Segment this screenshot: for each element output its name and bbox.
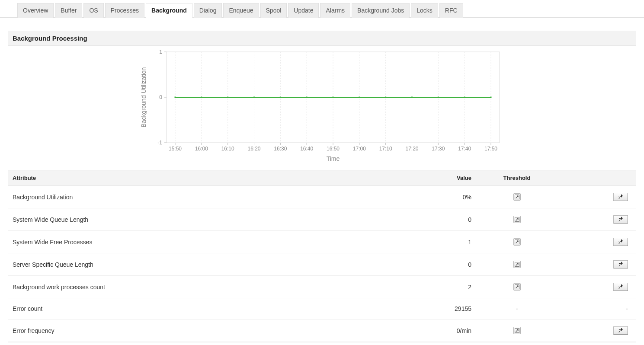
tab-overview[interactable]: Overview [17, 3, 54, 18]
svg-text:17:10: 17:10 [379, 146, 392, 152]
table-row: Error count29155-- [8, 298, 636, 319]
configure-threshold-icon[interactable] [513, 193, 521, 201]
chevron-right-icon [621, 284, 623, 288]
value-cell: 1 [382, 231, 476, 253]
action-dash: - [626, 305, 628, 312]
tab-bar: OverviewBufferOSProcessesBackgroundDialo… [0, 0, 644, 18]
svg-text:Time: Time [326, 155, 340, 162]
attributes-table: Attribute Value Threshold Background Uti… [8, 170, 636, 342]
svg-text:16:30: 16:30 [274, 146, 287, 152]
threshold-cell [476, 319, 558, 342]
svg-rect-56 [437, 97, 439, 98]
svg-rect-46 [174, 97, 176, 98]
tab-alarms[interactable]: Alarms [320, 3, 350, 18]
svg-text:Background Utilization: Background Utilization [140, 67, 147, 127]
svg-rect-52 [332, 97, 333, 98]
action-cell: - [558, 298, 636, 319]
threshold-cell [476, 186, 558, 208]
svg-text:17:20: 17:20 [405, 146, 418, 152]
attr-cell: System Wide Free Processes [8, 231, 382, 253]
table-row: System Wide Queue Length07 [8, 208, 636, 231]
chevron-right-icon [621, 217, 623, 220]
svg-rect-53 [359, 97, 360, 98]
tab-enqueue[interactable]: Enqueue [223, 3, 259, 18]
svg-text:0: 0 [159, 94, 162, 100]
svg-text:-1: -1 [157, 140, 162, 146]
configure-threshold-icon[interactable] [513, 216, 521, 223]
svg-text:16:10: 16:10 [221, 146, 234, 152]
value-cell: 0/min [382, 319, 476, 342]
table-row: Error frequency0/min7 [8, 319, 636, 342]
tab-background-jobs[interactable]: Background Jobs [352, 3, 410, 18]
tab-update[interactable]: Update [288, 3, 319, 18]
value-cell: 29155 [382, 298, 476, 319]
svg-text:16:40: 16:40 [300, 146, 313, 152]
tab-os[interactable]: OS [83, 3, 103, 18]
table-row: Background Utilization0%7 [8, 186, 636, 208]
threshold-cell [476, 276, 558, 298]
action-cell: 7 [558, 276, 636, 298]
chevron-right-icon [621, 239, 623, 243]
table-row: Background work processes count27 [8, 276, 636, 298]
tab-rfc[interactable]: RFC [439, 3, 463, 18]
svg-rect-54 [385, 97, 386, 98]
tab-processes[interactable]: Processes [105, 3, 144, 18]
svg-rect-47 [201, 97, 202, 98]
svg-text:15:50: 15:50 [168, 146, 181, 152]
panel-title: Background Processing [8, 31, 636, 46]
tab-dialog[interactable]: Dialog [194, 3, 222, 18]
attr-cell: Server Specific Queue Length [8, 253, 382, 276]
svg-text:16:20: 16:20 [247, 146, 260, 152]
chevron-right-icon [621, 328, 623, 331]
threshold-cell: - [476, 298, 558, 319]
table-row: System Wide Free Processes17 [8, 231, 636, 253]
history-button[interactable]: 7 [613, 326, 628, 335]
svg-rect-51 [306, 97, 307, 98]
value-cell: 0 [382, 208, 476, 231]
svg-rect-55 [411, 97, 413, 98]
configure-threshold-icon[interactable] [513, 283, 521, 291]
action-cell: 7 [558, 253, 636, 276]
tab-buffer[interactable]: Buffer [55, 3, 82, 18]
history-button[interactable]: 7 [613, 215, 628, 224]
svg-rect-58 [490, 97, 491, 98]
action-cell: 7 [558, 319, 636, 342]
tab-locks[interactable]: Locks [411, 3, 438, 18]
svg-rect-49 [253, 97, 255, 98]
threshold-cell [476, 231, 558, 253]
attr-cell: Background Utilization [8, 186, 382, 208]
chevron-right-icon [621, 262, 623, 265]
history-button[interactable]: 7 [613, 238, 628, 246]
svg-text:1: 1 [159, 49, 162, 55]
svg-rect-50 [279, 97, 281, 98]
svg-text:17:50: 17:50 [484, 146, 497, 152]
threshold-cell [476, 208, 558, 231]
tab-spool[interactable]: Spool [260, 3, 287, 18]
value-cell: 0 [382, 253, 476, 276]
history-button[interactable]: 7 [613, 193, 628, 201]
svg-text:17:00: 17:00 [352, 146, 365, 152]
svg-text:17:30: 17:30 [432, 146, 445, 152]
value-cell: 2 [382, 276, 476, 298]
tab-background[interactable]: Background [146, 3, 192, 18]
col-actions [558, 170, 636, 186]
svg-text:17:40: 17:40 [458, 146, 471, 152]
attr-cell: Error count [8, 298, 382, 319]
chart: 15:5016:0016:1016:2016:3016:4016:5017:00… [136, 48, 508, 166]
chart-container: 15:5016:0016:1016:2016:3016:4016:5017:00… [8, 46, 636, 170]
col-threshold: Threshold [476, 170, 558, 186]
configure-threshold-icon[interactable] [513, 238, 521, 246]
threshold-cell [476, 253, 558, 276]
threshold-dash: - [516, 305, 518, 312]
value-cell: 0% [382, 186, 476, 208]
svg-text:16:50: 16:50 [326, 146, 339, 152]
history-button[interactable]: 7 [613, 260, 628, 268]
col-value: Value [382, 170, 476, 186]
svg-rect-48 [227, 97, 228, 98]
attr-cell: System Wide Queue Length [8, 208, 382, 231]
svg-rect-57 [464, 97, 465, 98]
configure-threshold-icon[interactable] [513, 327, 521, 334]
background-panel: Background Processing 15:5016:0016:1016:… [8, 31, 636, 342]
history-button[interactable]: 7 [613, 283, 628, 291]
configure-threshold-icon[interactable] [513, 261, 521, 268]
